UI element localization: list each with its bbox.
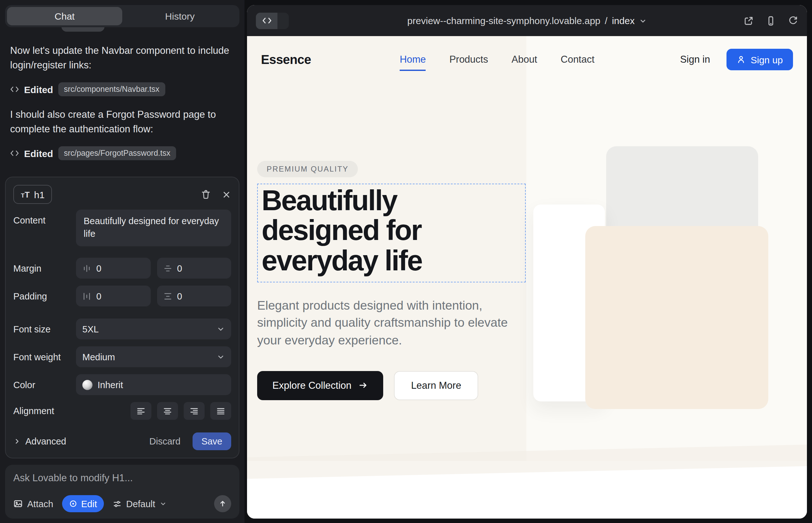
chevron-down-icon <box>160 500 166 507</box>
nav-link-products[interactable]: Products <box>449 54 488 65</box>
content-label: Content <box>13 210 76 226</box>
app-window: Chat History Now let's update the Navbar… <box>0 0 812 523</box>
margin-x-input[interactable]: 0 <box>76 258 151 278</box>
delete-element-button[interactable] <box>201 189 211 199</box>
arrow-right-icon <box>358 381 368 390</box>
edited-label: Edited <box>24 148 53 159</box>
font-weight-label: Font weight <box>13 352 76 362</box>
site-navbar: Essence Home Products About Contact Sign… <box>247 36 807 83</box>
explore-collection-button[interactable]: Explore Collection <box>257 371 383 400</box>
advanced-toggle[interactable]: Advanced <box>13 436 66 446</box>
align-center-icon <box>163 406 172 416</box>
color-picker[interactable]: Inherit <box>76 374 231 395</box>
target-icon <box>69 500 77 508</box>
save-button[interactable]: Save <box>193 432 231 450</box>
chat-composer: Attach Edit Default <box>5 465 240 519</box>
align-right-button[interactable] <box>184 402 205 420</box>
chevron-down-icon <box>217 353 225 361</box>
edited-file-row: Edited src/components/Navbar.tsx <box>10 82 165 96</box>
file-chip[interactable]: src/pages/ForgotPassword.tsx <box>58 146 176 160</box>
open-external-button[interactable] <box>744 16 754 26</box>
align-center-button[interactable] <box>157 402 178 420</box>
smartphone-icon <box>766 16 776 26</box>
chat-message: Now let's update the Navbar component to… <box>10 43 233 72</box>
vertical-spacing-icon <box>163 264 172 273</box>
browser-chrome: preview--charming-site-symphony.lovable.… <box>247 5 807 36</box>
font-weight-select[interactable]: Medium <box>76 346 231 367</box>
chevron-down-icon <box>217 325 225 333</box>
edit-mode-button[interactable]: Edit <box>62 495 104 512</box>
sign-in-link[interactable]: Sign in <box>680 54 710 65</box>
align-justify-button[interactable] <box>210 402 231 420</box>
alignment-label: Alignment <box>13 406 76 416</box>
align-justify-icon <box>216 406 226 416</box>
mobile-view-button[interactable] <box>766 16 776 26</box>
content-input[interactable]: Beautifully designed for everyday life <box>76 210 231 246</box>
preview-pane: preview--charming-site-symphony.lovable.… <box>247 5 807 519</box>
tab-chat[interactable]: Chat <box>7 7 122 25</box>
padding-horizontal-icon <box>82 292 91 301</box>
chat-message: I should also create a Forgot Password p… <box>10 107 233 137</box>
chevron-down-icon <box>639 17 647 24</box>
refresh-icon <box>788 16 798 26</box>
composer-input[interactable] <box>13 472 231 484</box>
font-size-select[interactable]: 5XL <box>76 319 231 339</box>
model-selector[interactable]: Default <box>113 499 166 509</box>
color-label: Color <box>13 380 76 390</box>
sign-up-button[interactable]: Sign up <box>726 49 793 70</box>
margin-label: Margin <box>13 263 76 273</box>
hero-headline[interactable]: Beautifully designed for everyday life <box>262 185 519 275</box>
url-host: preview--charming-site-symphony.lovable.… <box>407 15 600 26</box>
url-separator: / <box>605 15 607 26</box>
color-swatch-icon <box>82 380 92 390</box>
sliders-icon <box>113 499 122 508</box>
discard-button[interactable]: Discard <box>149 436 180 446</box>
url-bar[interactable]: preview--charming-site-symphony.lovable.… <box>407 15 647 26</box>
padding-x-input[interactable]: 0 <box>76 286 151 306</box>
file-chip[interactable]: src/components/Navbar.tsx <box>58 82 165 96</box>
site-canvas: Essence Home Products About Contact Sign… <box>247 36 807 519</box>
tab-history[interactable]: History <box>122 7 237 25</box>
toggle-segment[interactable] <box>278 12 289 29</box>
typography-icon: TT <box>21 190 30 199</box>
nav-link-contact[interactable]: Contact <box>561 54 595 65</box>
margin-y-input[interactable]: 0 <box>157 258 231 278</box>
hero-section: PREMIUM QUALITY Beautifully designed for… <box>257 161 555 400</box>
font-size-label: Font size <box>13 324 76 334</box>
nav-link-about[interactable]: About <box>511 54 537 65</box>
nav-link-home[interactable]: Home <box>400 54 426 65</box>
code-icon <box>10 149 19 158</box>
element-tag: h1 <box>34 189 45 200</box>
padding-y-input[interactable]: 0 <box>157 286 231 306</box>
code-icon <box>10 85 19 94</box>
horizontal-spacing-icon <box>82 264 91 273</box>
edited-label: Edited <box>24 84 53 95</box>
align-left-icon <box>136 406 146 416</box>
attach-button[interactable]: Attach <box>13 499 53 509</box>
learn-more-button[interactable]: Learn More <box>394 371 478 400</box>
close-panel-button[interactable] <box>222 190 231 199</box>
selected-element-chip[interactable]: TT h1 <box>13 185 52 204</box>
chat-sidebar: Chat History Now let's update the Navbar… <box>0 0 245 523</box>
align-left-button[interactable] <box>130 402 152 420</box>
padding-vertical-icon <box>163 292 172 301</box>
refresh-button[interactable] <box>788 16 798 26</box>
element-inspector-panel: TT h1 Content Beautifully designed for e… <box>5 177 240 458</box>
send-button[interactable] <box>214 495 231 512</box>
arrow-up-icon <box>218 500 227 508</box>
image-icon <box>13 499 23 508</box>
url-page: index <box>612 15 635 26</box>
user-icon <box>737 55 745 64</box>
code-view-toggle[interactable] <box>256 12 289 29</box>
decorative-card-cream <box>585 226 768 409</box>
chevron-right-icon <box>13 437 21 445</box>
selected-element-outline[interactable]: Beautifully designed for everyday life <box>257 184 526 283</box>
hero-description: Elegant products designed with intention… <box>257 297 512 349</box>
edited-file-row: Edited src/pages/ForgotPassword.tsx <box>10 146 176 160</box>
align-right-icon <box>189 406 199 416</box>
code-icon <box>262 16 271 25</box>
quality-badge: PREMIUM QUALITY <box>257 161 358 177</box>
site-logo[interactable]: Essence <box>261 52 311 67</box>
padding-label: Padding <box>13 291 76 301</box>
external-link-icon <box>744 16 754 26</box>
